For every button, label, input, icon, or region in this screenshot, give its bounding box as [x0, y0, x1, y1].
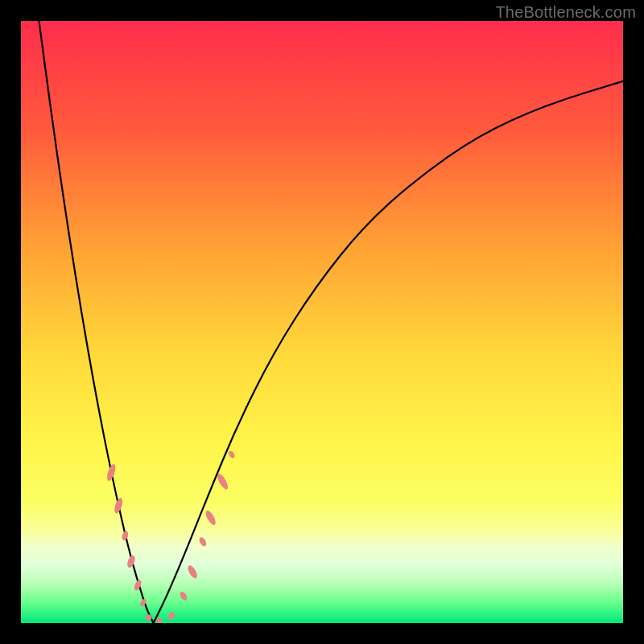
plot-area	[21, 21, 623, 623]
outer-frame: TheBottleneck.com	[0, 0, 644, 644]
watermark-text: TheBottleneck.com	[495, 3, 636, 22]
chart-svg	[21, 21, 623, 623]
